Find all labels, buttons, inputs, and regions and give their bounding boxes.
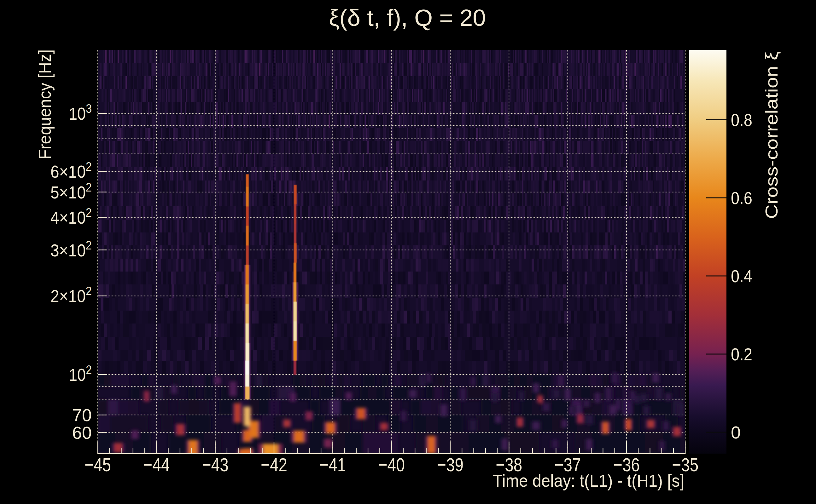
svg-text:5×102: 5×102 [50,180,92,202]
svg-text:−43: −43 [202,454,229,475]
svg-text:4×102: 4×102 [50,206,92,227]
svg-text:0.4: 0.4 [731,266,752,286]
svg-text:6×102: 6×102 [50,160,92,181]
svg-text:−41: −41 [319,454,346,475]
svg-text:Time delay: t(L1) - t(H1) [s]: Time delay: t(L1) - t(H1) [s] [493,471,684,490]
svg-text:2×102: 2×102 [50,284,92,306]
svg-text:0.8: 0.8 [731,110,752,130]
svg-text:0.6: 0.6 [731,188,752,208]
svg-text:ξ(δ t, f), Q = 20: ξ(δ t, f), Q = 20 [329,5,486,31]
svg-text:0.2: 0.2 [731,344,752,364]
svg-text:60: 60 [72,423,92,443]
svg-text:Cross-correlation ξ: Cross-correlation ξ [761,51,781,219]
svg-text:−44: −44 [143,454,169,475]
svg-text:3×102: 3×102 [50,238,92,260]
svg-text:−40: −40 [378,454,405,475]
svg-text:−45: −45 [84,454,111,475]
svg-text:0: 0 [731,422,741,442]
svg-text:70: 70 [72,405,92,425]
svg-text:−39: −39 [437,454,463,475]
svg-text:−42: −42 [261,454,287,475]
svg-text:Frequency [Hz]: Frequency [Hz] [35,49,55,159]
